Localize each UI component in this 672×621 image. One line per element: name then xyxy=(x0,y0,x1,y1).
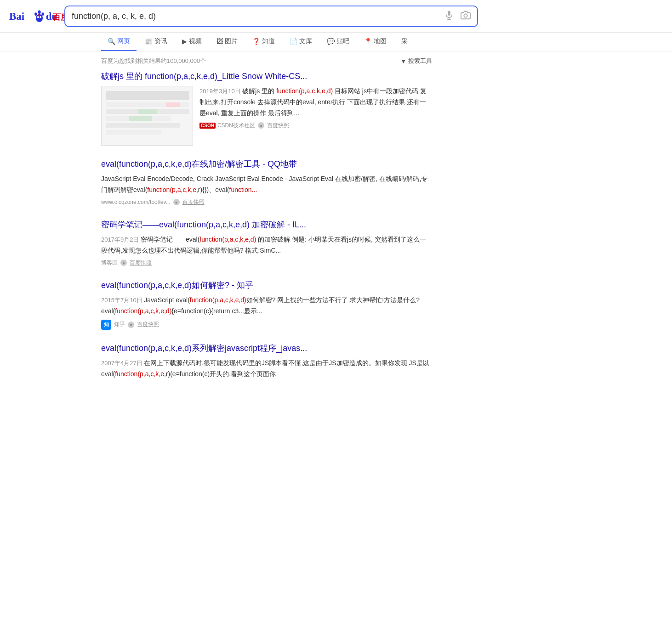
nav-label-map: 地图 xyxy=(374,37,387,45)
result-date-4: 2015年7月10日 xyxy=(101,297,144,304)
cache-icon-2: ● xyxy=(173,199,180,205)
nav-item-video[interactable]: ▶ 视频 xyxy=(176,33,208,51)
svg-point-13 xyxy=(464,14,467,17)
nav-label-wenku: 文库 xyxy=(299,37,312,45)
svg-point-4 xyxy=(41,12,44,16)
highlight-2b: function... xyxy=(229,186,257,193)
nav-bar: 🔍 网页 📰 资讯 ▶ 视频 🖼 图片 ❓ 知道 📄 文库 💬 贴吧 📍 地图 … xyxy=(0,33,672,51)
results-count: 百度为您找到相关结果约100,000,000个 xyxy=(101,57,206,65)
svg-rect-21 xyxy=(138,109,157,114)
cache-link-4[interactable]: 百度快照 xyxy=(137,321,159,328)
result-title-2[interactable]: eval(function(p,a,c,k,e,d)在线加密/解密工具 - QQ… xyxy=(101,158,432,170)
image-search-button[interactable] xyxy=(461,10,471,23)
highlight-5: function(p,a,c,k,e xyxy=(115,370,164,378)
svg-text:Bai: Bai xyxy=(9,11,25,22)
nav-item-zhidao[interactable]: ❓ 知道 xyxy=(246,33,281,51)
svg-rect-10 xyxy=(448,11,450,15)
result-title-1[interactable]: 破解js 里的 function(p,a,c,k,e,d)_Little Sno… xyxy=(101,71,432,82)
result-desc-2: JavaScript Eval Encode/Decode, Crack Jav… xyxy=(101,174,432,196)
nav-item-more[interactable]: 采 xyxy=(395,33,414,51)
nav-label-more: 采 xyxy=(401,37,408,45)
csdn-badge: CSON xyxy=(199,123,216,129)
image-nav-icon: 🖼 xyxy=(216,38,223,45)
cache-icon-1: ● xyxy=(258,122,264,129)
thumbnail-image-1 xyxy=(102,86,193,145)
map-icon: 📍 xyxy=(364,38,372,45)
results-main: 百度为您找到相关结果约100,000,000个 ▼ 搜索工具 破解js 里的 f… xyxy=(101,51,432,392)
result-desc-4: 2015年7月10日 JavaScript eval(function(p,a,… xyxy=(101,295,432,317)
result-desc-3: 2017年9月2日 密码学笔记——eval(function(p,a,c,k,e… xyxy=(101,234,432,256)
highlight-3: function(p,a,c,k,e,d) xyxy=(199,236,256,243)
wenku-icon: 📄 xyxy=(290,38,297,45)
result-source-1: CSON CSDN技术社区 ● 百度快照 xyxy=(199,122,432,130)
nav-label-tieba: 贴吧 xyxy=(336,37,349,45)
search-bar: function(p, a, c, k, e, d) xyxy=(64,6,478,27)
nav-item-wenku[interactable]: 📄 文库 xyxy=(283,33,319,51)
svg-rect-15 xyxy=(106,91,189,100)
thumb-svg xyxy=(102,86,193,146)
result-date-5: 2007年4月27日 xyxy=(101,360,144,367)
csdn-source: CSON CSDN技术社区 xyxy=(199,122,255,130)
result-item: 破解js 里的 function(p,a,c,k,e,d)_Little Sno… xyxy=(101,71,432,146)
result-body-1: 2019年3月10日 破解js 里的 function(p,a,c,k,e,d)… xyxy=(101,86,432,146)
cache-link-3[interactable]: 百度快照 xyxy=(130,259,152,267)
result-source-2: www.oicqzone.com/tool/ev... ● 百度快照 xyxy=(101,198,432,206)
video-icon: ▶ xyxy=(182,38,187,45)
highlight-4a: function(p,a,c,k,e,d) xyxy=(190,296,246,304)
source-name-1: CSDN技术社区 xyxy=(217,122,255,130)
nav-item-tieba[interactable]: 💬 贴吧 xyxy=(320,33,356,51)
result-title-5[interactable]: eval(function(p,a,c,k,e,d)系列解密javascript… xyxy=(101,343,432,354)
webpage-icon: 🔍 xyxy=(108,38,115,45)
cache-icon-4: ● xyxy=(128,322,134,328)
highlight-1: function(p,a,c,k,e,d) xyxy=(276,87,333,95)
result-item-5: eval(function(p,a,c,k,e,d)系列解密javascript… xyxy=(101,343,432,380)
header: Bai du 百度 function(p, a, c, k xyxy=(0,0,672,33)
results-area: 百度为您找到相关结果约100,000,000个 ▼ 搜索工具 破解js 里的 f… xyxy=(0,51,672,392)
nav-label-news: 资讯 xyxy=(154,37,167,45)
voice-search-button[interactable] xyxy=(444,10,454,23)
camera-icon xyxy=(461,10,471,20)
search-tools-button[interactable]: ▼ 搜索工具 xyxy=(400,57,432,65)
result-date-1: 2019年3月10日 xyxy=(199,88,242,95)
cache-icon-3: ● xyxy=(120,260,127,266)
search-icons xyxy=(444,10,471,23)
highlight-4b: function(p,a,c,k,e,d) xyxy=(115,307,171,315)
source-name-4: 知乎 xyxy=(114,321,125,328)
result-source-3: 博客园 ● 百度快照 xyxy=(101,259,432,267)
search-tools-label: 搜索工具 xyxy=(408,57,432,65)
svg-point-2 xyxy=(38,10,41,14)
result-date-3: 2017年9月2日 xyxy=(101,236,141,243)
cache-link-1[interactable]: 百度快照 xyxy=(267,122,289,130)
svg-rect-19 xyxy=(106,123,180,128)
result-desc-5: 2007年4月27日 在网上下载源代码时,很可能发现代码里的JS脚本看不懂,这是… xyxy=(101,358,432,380)
nav-label-video: 视频 xyxy=(189,37,202,45)
nav-item-news[interactable]: 📰 资讯 xyxy=(138,33,174,51)
result-content-1: 2019年3月10日 破解js 里的 function(p,a,c,k,e,d)… xyxy=(199,86,432,146)
baidu-logo[interactable]: Bai du 百度 xyxy=(9,5,64,28)
search-input[interactable]: function(p, a, c, k, e, d) xyxy=(72,11,444,21)
nav-item-map[interactable]: 📍 地图 xyxy=(358,33,393,51)
nav-label-zhidao: 知道 xyxy=(262,37,275,45)
result-title-4[interactable]: eval(function(p,a,c,k,e,d)如何解密? - 知乎 xyxy=(101,280,432,291)
source-url-2: www.oicqzone.com/tool/ev... xyxy=(101,199,171,205)
news-icon: 📰 xyxy=(145,38,153,45)
cache-link-2[interactable]: 百度快照 xyxy=(182,198,205,206)
filter-icon: ▼ xyxy=(400,58,406,65)
nav-item-webpage[interactable]: 🔍 网页 xyxy=(101,33,137,51)
stats-bar: 百度为您找到相关结果约100,000,000个 ▼ 搜索工具 xyxy=(101,51,432,71)
result-title-3[interactable]: 密码学笔记——eval(function(p,a,c,k,e,d) 加密破解 -… xyxy=(101,219,432,231)
nav-item-image[interactable]: 🖼 图片 xyxy=(210,33,244,51)
result-item-2: eval(function(p,a,c,k,e,d)在线加密/解密工具 - QQ… xyxy=(101,158,432,206)
svg-point-7 xyxy=(38,14,40,16)
svg-point-5 xyxy=(37,16,39,18)
result-item-3: 密码学笔记——eval(function(p,a,c,k,e,d) 加密破解 -… xyxy=(101,219,432,267)
baidu-logo-svg: Bai du 百度 xyxy=(9,5,64,28)
svg-rect-22 xyxy=(129,116,152,121)
svg-point-6 xyxy=(40,16,41,18)
tieba-icon: 💬 xyxy=(327,38,335,45)
result-source-4: 知 知乎 ● 百度快照 xyxy=(101,320,432,330)
zhihu-badge: 知 xyxy=(101,320,111,330)
svg-point-3 xyxy=(34,12,37,16)
highlight-2a: function(p,a,c,k,e xyxy=(147,186,196,193)
source-name-3: 博客园 xyxy=(101,259,118,267)
